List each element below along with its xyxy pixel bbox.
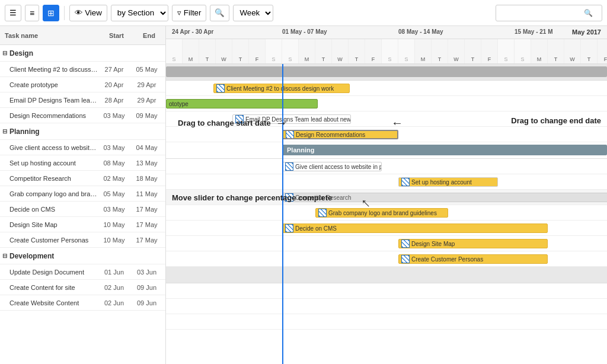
today-line bbox=[282, 64, 283, 364]
day-col: T bbox=[232, 39, 249, 64]
filter-icon: ▿ bbox=[177, 8, 181, 17]
task-end: 29 Apr bbox=[130, 81, 163, 88]
day-col: S bbox=[282, 39, 299, 64]
section-planning[interactable]: ⊟ Planning bbox=[0, 123, 165, 140]
task-name: Grab company logo and brand gui bbox=[9, 190, 98, 197]
table-row[interactable]: Create Customer Personas 10 May 17 May bbox=[0, 232, 165, 248]
day-col: T bbox=[349, 39, 365, 64]
divider bbox=[64, 6, 65, 20]
day-col: M bbox=[299, 39, 315, 64]
table-row[interactable]: Grab company logo and brand gui 05 May 1… bbox=[0, 186, 165, 202]
task-end: 09 Jun bbox=[130, 299, 163, 306]
bar-pattern bbox=[401, 255, 410, 263]
task-end: 05 May bbox=[130, 66, 163, 73]
grid-icon: ⊞ bbox=[47, 8, 55, 18]
day-col: W bbox=[448, 39, 465, 64]
gantt-row-client-meeting: Client Meeting #2 to discuss design work bbox=[166, 81, 607, 96]
task-start: 28 Apr bbox=[98, 97, 130, 104]
gantt-row-design-rec: Design Recommendations bbox=[166, 127, 607, 142]
table-row[interactable]: Design Recommendations 03 May 09 May bbox=[0, 108, 165, 123]
view-label: View bbox=[85, 8, 102, 17]
bar-pattern bbox=[216, 84, 225, 92]
bar-hosting[interactable]: Set up hosting account bbox=[398, 177, 498, 187]
section-select[interactable]: by Section bbox=[111, 5, 168, 21]
table-row[interactable]: Set up hosting account 08 May 13 May bbox=[0, 155, 165, 171]
bar-competitor[interactable]: Competitor Research bbox=[282, 193, 607, 202]
task-end: 13 May bbox=[130, 159, 163, 167]
search-input[interactable] bbox=[501, 9, 584, 17]
grid-view-button[interactable]: ⊞ bbox=[43, 5, 59, 21]
search-submit-icon: 🔍 bbox=[584, 9, 593, 17]
table-row[interactable]: Decide on CMS 03 May 17 May bbox=[0, 202, 165, 217]
bar-pattern bbox=[286, 130, 294, 139]
bar-logo[interactable]: Grab company logo and brand guidelines bbox=[315, 208, 448, 218]
expand-icon: ⊟ bbox=[2, 253, 7, 259]
task-end: 04 May bbox=[130, 144, 163, 151]
bar-cms[interactable]: Decide on CMS bbox=[282, 223, 548, 233]
section-development[interactable]: ⊟ Development bbox=[0, 248, 165, 264]
week-select[interactable]: Week bbox=[233, 5, 273, 21]
day-col: T bbox=[465, 39, 481, 64]
day-col: F bbox=[598, 39, 607, 64]
bar-pattern bbox=[235, 115, 244, 123]
bar-pattern bbox=[285, 162, 293, 171]
task-name: Create Website Content bbox=[9, 299, 98, 306]
table-row[interactable]: Competitor Research 02 May 18 May bbox=[0, 171, 165, 186]
table-row[interactable]: Give client access to website in pro 03 … bbox=[0, 140, 165, 155]
bar-personas[interactable]: Create Customer Personas bbox=[398, 254, 548, 264]
bar-label: ototype bbox=[169, 101, 189, 107]
task-name: Set up hosting account bbox=[9, 159, 98, 167]
search-icon-button[interactable]: 🔍 bbox=[210, 5, 229, 21]
bar-label: Competitor Research bbox=[295, 194, 351, 201]
bar-label: Give client access to website in progres… bbox=[295, 164, 382, 170]
table-row[interactable]: Update Design Document 01 Jun 03 Jun bbox=[0, 264, 165, 280]
bar-sitemap[interactable]: Design Site Map bbox=[398, 239, 548, 248]
left-panel: Task name Start End ⊟ Design Client Meet… bbox=[0, 26, 166, 364]
bar-client-meeting[interactable]: Client Meeting #2 to discuss design work bbox=[213, 84, 350, 93]
task-name: Competitor Research bbox=[9, 175, 98, 182]
table-row[interactable]: Create Content for site 02 Jun 09 Jun bbox=[0, 280, 165, 295]
expand-icon: ⊟ bbox=[2, 128, 7, 135]
view-button[interactable]: 👁 View bbox=[69, 5, 107, 21]
bar-label: Create Customer Personas bbox=[411, 256, 483, 263]
bar-label: Set up hosting account bbox=[411, 179, 472, 186]
year-label: May 2017 bbox=[572, 28, 601, 36]
bar-prototype[interactable]: ototype bbox=[166, 99, 318, 108]
table-row[interactable]: Client Meeting #2 to discuss desig 27 Ap… bbox=[0, 62, 165, 77]
day-col: T bbox=[432, 39, 448, 64]
bar-pattern bbox=[401, 178, 410, 186]
task-end: 09 Jun bbox=[130, 284, 163, 291]
task-start: 02 Jun bbox=[98, 284, 130, 291]
bar-pattern bbox=[401, 240, 410, 248]
day-col: S bbox=[382, 39, 398, 64]
table-row[interactable]: Create Website Content 02 Jun 09 Jun bbox=[0, 295, 165, 311]
task-name: Create prototype bbox=[9, 81, 98, 88]
section-development-label: Development bbox=[9, 252, 54, 260]
task-start: 05 May bbox=[98, 190, 130, 197]
chart-view-button[interactable]: ≡ bbox=[25, 5, 39, 21]
table-row[interactable]: Design Site Map 10 May 17 May bbox=[0, 217, 165, 232]
day-col: F bbox=[365, 39, 382, 64]
task-start: 03 May bbox=[98, 144, 130, 151]
section-design[interactable]: ⊟ Design bbox=[0, 45, 165, 62]
table-row[interactable]: Create prototype 20 Apr 29 Apr bbox=[0, 77, 165, 92]
section-design-label: Design bbox=[9, 49, 33, 58]
bar-pattern bbox=[318, 209, 327, 217]
bar-email[interactable]: Email DP Designs Team lead about new des… bbox=[232, 114, 351, 124]
day-col: T bbox=[548, 39, 564, 64]
bar-label: Design Recommendations bbox=[296, 132, 365, 138]
hamburger-button[interactable]: ☰ bbox=[5, 5, 21, 21]
bar-pattern bbox=[285, 224, 293, 232]
table-row[interactable]: Email DP Designs Team lead abou 28 Apr 2… bbox=[0, 92, 165, 108]
day-col: S bbox=[498, 39, 515, 64]
bar-chart-icon: ≡ bbox=[30, 8, 34, 18]
bar-client-access[interactable]: Give client access to website in progres… bbox=[282, 162, 382, 171]
bar-label: Design Site Map bbox=[411, 241, 455, 247]
search-box[interactable]: 🔍 bbox=[496, 5, 602, 21]
column-headers: Task name Start End bbox=[0, 26, 165, 45]
gantt-section-planning: Planning bbox=[166, 142, 607, 159]
filter-button[interactable]: ▿ Filter bbox=[172, 5, 207, 21]
day-col: S bbox=[166, 39, 183, 64]
bar-design-recommendations[interactable]: Design Recommendations bbox=[282, 130, 398, 139]
gantt-section-design bbox=[166, 64, 607, 81]
